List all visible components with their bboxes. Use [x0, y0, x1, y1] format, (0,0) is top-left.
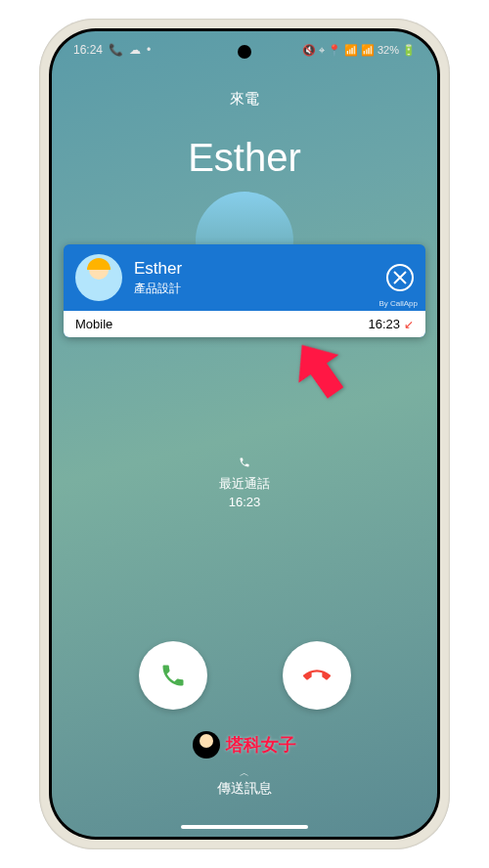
location-icon: 📍	[328, 44, 341, 57]
phone-answer-icon	[159, 662, 187, 689]
watermark: 塔科女子	[193, 731, 296, 759]
send-message-label: 傳送訊息	[217, 780, 272, 796]
mute-icon: 🔇	[302, 44, 316, 57]
send-message-button[interactable]: ︿ 傳送訊息	[217, 766, 272, 798]
phone-frame: 16:24 📞 ☁ • 🔇 ⌖ 📍 📶 📶 32% 🔋 來電 Esther	[39, 19, 450, 849]
camera-hole	[238, 45, 251, 59]
missed-call-icon: ↙	[404, 318, 414, 331]
phone-bezel: 16:24 📞 ☁ • 🔇 ⌖ 📍 📶 📶 32% 🔋 來電 Esther	[49, 28, 440, 840]
overlay-call-time: 16:23	[368, 317, 400, 331]
status-right: 🔇 ⌖ 📍 📶 📶 32% 🔋	[302, 44, 416, 57]
annotation-arrow	[275, 324, 365, 416]
phone-decline-icon	[303, 662, 331, 689]
callapp-overlay[interactable]: Esther 產品設計 By CallApp Mobile 16:23 ↙	[64, 244, 425, 337]
overlay-info: Esther 產品設計	[134, 259, 386, 297]
close-icon	[393, 271, 407, 284]
incoming-call-label: 來電	[52, 90, 437, 108]
overlay-caller-name: Esther	[134, 259, 386, 279]
more-icon: •	[147, 43, 151, 57]
cloud-icon: ☁	[129, 43, 141, 57]
overlay-time-group: 16:23 ↙	[368, 317, 414, 331]
screen: 16:24 📞 ☁ • 🔇 ⌖ 📍 📶 📶 32% 🔋 來電 Esther	[52, 31, 437, 837]
answer-button[interactable]	[139, 641, 207, 710]
recent-call-section: 最近通話 16:23	[52, 456, 437, 509]
overlay-subtitle: 產品設計	[134, 281, 386, 297]
signal-icon: 📶	[361, 44, 375, 57]
wifi-icon: 📶	[344, 44, 358, 57]
call-actions	[52, 641, 437, 710]
overlay-brand: By CallApp	[378, 299, 418, 308]
battery-text: 32%	[378, 44, 399, 56]
phone-icon: 📞	[109, 43, 123, 57]
nav-bar-indicator[interactable]	[181, 825, 308, 829]
status-left: 16:24 📞 ☁ •	[73, 43, 151, 57]
decline-button[interactable]	[283, 641, 351, 710]
chevron-up-icon: ︿	[217, 766, 272, 780]
watermark-text: 塔科女子	[226, 733, 296, 757]
caller-name: Esther	[52, 136, 437, 180]
phone-small-icon	[52, 456, 437, 471]
status-time: 16:24	[73, 43, 103, 57]
overlay-header: Esther 產品設計 By CallApp	[64, 244, 425, 311]
overlay-footer: Mobile 16:23 ↙	[64, 311, 425, 337]
overlay-avatar	[75, 254, 122, 301]
watermark-avatar-icon	[193, 731, 220, 759]
battery-icon: 🔋	[402, 44, 416, 57]
recent-call-label: 最近通話	[52, 475, 437, 493]
recent-call-time: 16:23	[52, 495, 437, 509]
close-button[interactable]	[386, 264, 414, 291]
phone-type-label: Mobile	[75, 317, 112, 331]
bluetooth-icon: ⌖	[319, 44, 325, 57]
